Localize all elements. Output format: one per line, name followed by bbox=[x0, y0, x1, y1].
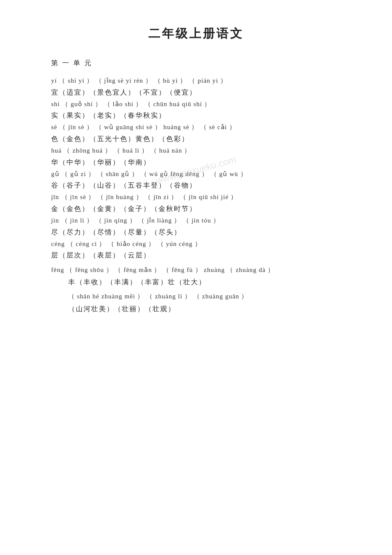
unit-label: 第 一 单 元 bbox=[51, 59, 358, 68]
entry-yi: yí （ shì yí ） （ jǐng sè yí rén ） （ bù yí… bbox=[51, 75, 358, 98]
pinyin-zhuang: （ shān hé zhuàng měi ） （ zhuàng lì ） （ z… bbox=[68, 291, 358, 302]
pinyin-feng: fēng （ fēng shōu ） （ fēng mǎn ） （ fēng f… bbox=[51, 265, 358, 276]
entry-gu: gǔ （ gǔ zi ） （ shān gǔ ） （ wú gǔ fēng dē… bbox=[51, 169, 358, 191]
entry-jin: jīn （ jīn sè ） （ jīn huáng ） （ jīn zi ） … bbox=[51, 192, 358, 214]
pinyin-yi: yí （ shì yí ） （ jǐng sè yí rén ） （ bù yí… bbox=[51, 75, 358, 87]
zhuang-block: （ shān hé zhuàng měi ） （ zhuàng lì ） （ z… bbox=[34, 291, 358, 315]
pinyin-ceng: céng （ céng cì ） （ biǎo céng ） （ yún cén… bbox=[51, 239, 358, 250]
entry-hua: huá （ zhōng huá ） （ huá lì ） （ huá nán ）… bbox=[51, 145, 358, 168]
feng-block: fēng （ fēng shōu ） （ fēng mǎn ） （ fēng f… bbox=[34, 265, 358, 288]
entry-shi: shí （ guǒ shí ） （ lǎo shi ） （ chūn huá q… bbox=[51, 99, 358, 121]
pinyin-jin: jīn （ jīn sè ） （ jīn huáng ） （ jīn zi ） … bbox=[51, 192, 358, 203]
pinyin-se: sè （ jīn sè ） （ wǔ guāng shí sè ） huáng … bbox=[51, 122, 358, 133]
pinyin-shi: shí （ guǒ shí ） （ lǎo shi ） （ chūn huá q… bbox=[51, 99, 358, 110]
entry-ceng: céng （ céng cì ） （ biǎo céng ） （ yún cén… bbox=[51, 239, 358, 261]
chinese-jin: 金（金色）（金黄）（金子）（金秋时节） bbox=[51, 203, 358, 214]
chinese-shi: 实（果实）（老实）（春华秋实） bbox=[51, 110, 358, 121]
chinese-hua: 华（中华）（华丽）（华南） bbox=[51, 156, 358, 168]
chinese-ceng: 层（层次）（表层）（云层） bbox=[51, 249, 358, 261]
page-title: 二年级上册语文 bbox=[34, 26, 358, 42]
chinese-se: 色（金色）（五光十色）黄色）（色彩） bbox=[51, 133, 358, 145]
chinese-feng: 丰（丰收）（丰满）（丰富）壮（壮大） bbox=[68, 276, 358, 288]
pinyin-hua: huá （ zhōng huá ） （ huá lì ） （ huá nán ） bbox=[51, 145, 358, 156]
chinese-zhuang: （山河壮美）（壮丽）（壮观） bbox=[68, 303, 358, 315]
pinyin-jin2: jìn （ jìn lì ） （ jìn qíng ） （ jǐn liàng … bbox=[51, 215, 358, 226]
chinese-yi: 宜（适宜）（景色宜人）（不宜）（便宜） bbox=[51, 87, 358, 98]
entry-jin2: jìn （ jìn lì ） （ jìn qíng ） （ jǐn liàng … bbox=[51, 215, 358, 238]
entry-se: sè （ jīn sè ） （ wǔ guāng shí sè ） huáng … bbox=[51, 122, 358, 145]
chinese-gu: 谷（谷子）（山谷）（五谷丰登）（谷物） bbox=[51, 179, 358, 191]
chinese-jin2: 尽（尽力）（尽情）（尽量）（尽头） bbox=[51, 226, 358, 238]
pinyin-gu: gǔ （ gǔ zi ） （ shān gǔ ） （ wú gǔ fēng dē… bbox=[51, 169, 358, 180]
